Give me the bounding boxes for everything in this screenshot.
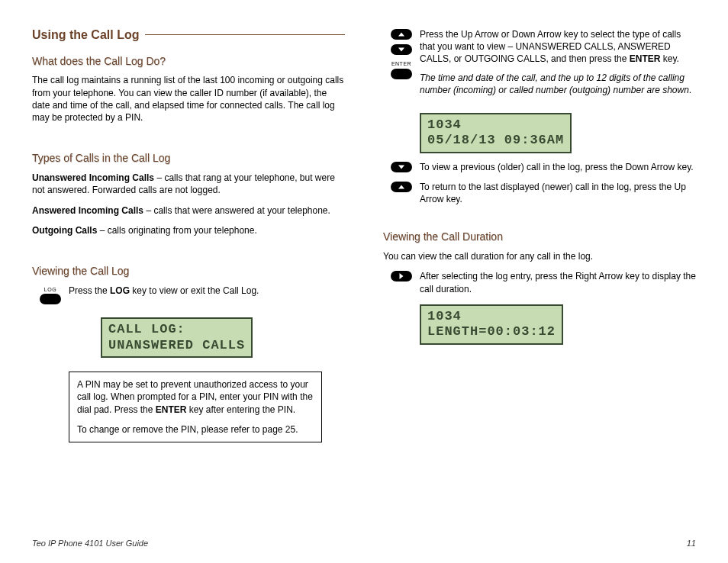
type-label: Answered Incoming Calls xyxy=(32,205,143,216)
body-text: The call log maintains a running list of… xyxy=(32,74,345,124)
lcd-display: 1034 LENGTH=00:03:12 xyxy=(420,304,563,345)
log-key-icon: LOG xyxy=(32,285,69,309)
subheading-duration: Viewing the Call Duration xyxy=(383,230,696,244)
type-item: Outgoing Calls – calls originating from … xyxy=(32,224,345,236)
type-label: Unanswered Incoming Calls xyxy=(32,172,154,183)
body-text: After selecting the log entry, press the… xyxy=(420,270,696,294)
subheading-types: Types of Calls in the Call Log xyxy=(32,151,345,166)
subheading-what-does: What does the Call Log Do? xyxy=(32,54,345,69)
arrow-down-icon xyxy=(383,161,420,176)
footer-doc-title: Teo IP Phone 4101 User Guide xyxy=(32,538,148,549)
body-text: To return to the last displayed (newer) … xyxy=(420,181,696,205)
arrow-keys-icon: ENTER xyxy=(383,28,420,83)
body-text: To view a previous (older) call in the l… xyxy=(420,161,696,173)
subheading-viewing-log: Viewing the Call Log xyxy=(32,264,345,278)
page-footer: Teo IP Phone 4101 User Guide 11 xyxy=(32,538,696,549)
italic-note: The time and date of the call, and the u… xyxy=(420,72,696,96)
type-item: Unanswered Incoming Calls – calls that r… xyxy=(32,172,345,196)
body-text: You can view the call duration for any c… xyxy=(383,250,696,262)
left-column: Using the Call Log What does the Call Lo… xyxy=(32,27,345,442)
arrow-up-icon xyxy=(383,181,420,196)
body-text: Press the Up Arrow or Down Arrow key to … xyxy=(420,28,696,104)
footer-page-number: 11 xyxy=(687,538,696,549)
section-title: Using the Call Log xyxy=(32,27,345,43)
arrow-right-icon xyxy=(383,270,420,285)
right-column: ENTER Press the Up Arrow or Down Arrow k… xyxy=(383,27,696,442)
body-text: Press the LOG key to view or exit the Ca… xyxy=(69,285,345,297)
type-item: Answered Incoming Calls – calls that wer… xyxy=(32,204,345,217)
note-box: A PIN may be set to prevent unauthorized… xyxy=(69,372,322,442)
lcd-display: CALL LOG: UNANSWERED CALLS xyxy=(101,317,253,358)
type-label: Outgoing Calls xyxy=(32,225,97,236)
lcd-display: 1034 05/18/13 09:36AM xyxy=(420,113,572,153)
